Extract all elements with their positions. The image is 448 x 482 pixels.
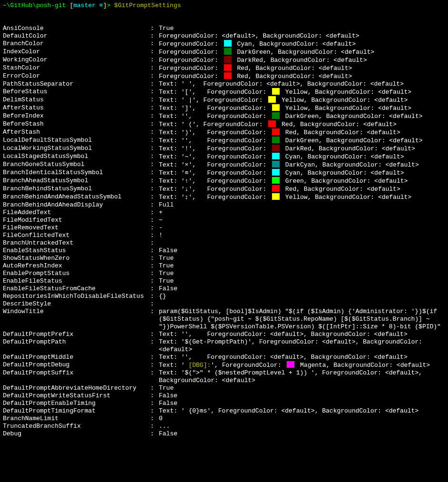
prompt-path: ~\GitHub\posh-git bbox=[3, 2, 69, 9]
setting-separator: : bbox=[150, 104, 159, 112]
setting-separator: : bbox=[150, 128, 159, 137]
setting-row: ErrorColor: ForegroundColor: Red, Backgr… bbox=[3, 72, 445, 80]
setting-key: DefaultPromptMiddle bbox=[3, 354, 150, 361]
setting-key: FileModifiedText bbox=[3, 216, 150, 224]
setting-value: False bbox=[159, 392, 445, 400]
setting-row: BranchUntrackedText: bbox=[3, 239, 445, 247]
setting-key: ShowStatusWhenZero bbox=[3, 255, 150, 262]
setting-value: Text: '≡', ForegroundColor: Cyan, Backgr… bbox=[159, 169, 445, 177]
setting-separator: : bbox=[150, 384, 159, 392]
setting-key: LocalDefaultStatusSymbol bbox=[3, 137, 150, 145]
setting-key: DefaultPromptTimingFormat bbox=[3, 407, 150, 415]
setting-row: ShowStatusWhenZero: True bbox=[3, 255, 445, 262]
setting-separator: : bbox=[150, 400, 159, 407]
setting-value: Text: '[', ForegroundColor: Yellow, Back… bbox=[159, 88, 445, 96]
setting-row: BranchGoneStatusSymbol: Text: '×', Foreg… bbox=[3, 161, 445, 169]
setting-separator: : bbox=[150, 177, 159, 185]
setting-row: DefaultColor: ForegroundColor: <default>… bbox=[3, 32, 445, 40]
setting-row: BranchBehindAndAheadDisplay: Full bbox=[3, 201, 445, 209]
color-swatch bbox=[272, 169, 280, 176]
setting-key: LocalWorkingStatusSymbol bbox=[3, 145, 150, 153]
setting-key: AfterStatus bbox=[3, 104, 150, 112]
setting-separator: : bbox=[150, 247, 159, 255]
color-swatch bbox=[224, 56, 232, 63]
setting-key: FileConflictedText bbox=[3, 232, 150, 239]
setting-value: ForegroundColor: DarkRed, BackgroundColo… bbox=[159, 56, 445, 64]
setting-value: Text: '↕', ForegroundColor: Yellow, Back… bbox=[159, 193, 445, 201]
dbg-label: [DBG]: bbox=[188, 362, 211, 369]
setting-value: True bbox=[159, 384, 445, 392]
setting-value: Text: '$(Get-PromptPath)', ForegroundCol… bbox=[159, 338, 445, 354]
setting-value: Text: '', ForegroundColor: DarkGreen, Ba… bbox=[159, 112, 445, 120]
color-swatch bbox=[272, 185, 280, 192]
setting-separator: : bbox=[150, 80, 159, 88]
setting-key: BranchBehindAndAheadDisplay bbox=[3, 201, 150, 209]
setting-value: ~ bbox=[159, 216, 445, 224]
setting-value: True bbox=[159, 270, 445, 277]
setting-value: False bbox=[159, 430, 445, 438]
setting-key: Debug bbox=[3, 430, 150, 438]
settings-output: AnsiConsole: TrueDefaultColor: Foregroun… bbox=[3, 25, 445, 438]
setting-key: EnableFileStatusFromCache bbox=[3, 285, 150, 293]
setting-value: - bbox=[159, 224, 445, 232]
setting-row: DefaultPromptAbbreviateHomeDirectory: Tr… bbox=[3, 384, 445, 392]
setting-row: BeforeIndex: Text: '', ForegroundColor: … bbox=[3, 112, 445, 120]
setting-value: Text: '~', ForegroundColor: Cyan, Backgr… bbox=[159, 153, 445, 161]
setting-key: PathStatusSeparator bbox=[3, 80, 150, 88]
setting-separator: : bbox=[150, 232, 159, 239]
setting-row: AnsiConsole: True bbox=[3, 25, 445, 32]
setting-value: Text: ' (', ForegroundColor: Red, Backgr… bbox=[159, 120, 445, 128]
setting-separator: : bbox=[150, 25, 159, 32]
setting-key: DefaultPromptPath bbox=[3, 338, 150, 354]
setting-separator: : bbox=[150, 201, 159, 209]
color-swatch bbox=[268, 96, 276, 103]
setting-separator: : bbox=[150, 262, 159, 270]
setting-value bbox=[159, 300, 445, 308]
color-swatch bbox=[224, 72, 232, 79]
setting-key: LocalStagedStatusSymbol bbox=[3, 153, 150, 161]
setting-key: BranchIdenticalStatusSymbol bbox=[3, 169, 150, 177]
setting-separator: : bbox=[150, 209, 159, 216]
setting-separator: : bbox=[150, 423, 159, 430]
setting-value: Text: '', ForegroundColor: DarkGreen, Ba… bbox=[159, 137, 445, 145]
setting-separator: : bbox=[150, 153, 159, 161]
setting-key: BranchAheadStatusSymbol bbox=[3, 177, 150, 185]
setting-value: Text: ']', ForegroundColor: Yellow, Back… bbox=[159, 104, 445, 112]
setting-separator: : bbox=[150, 331, 159, 338]
setting-value: False bbox=[159, 247, 445, 255]
setting-key: EnableStashStatus bbox=[3, 247, 150, 255]
setting-row: EnableFileStatusFromCache: False bbox=[3, 285, 445, 293]
setting-separator: : bbox=[150, 145, 159, 153]
setting-key: BranchUntrackedText bbox=[3, 239, 150, 247]
setting-separator: : bbox=[150, 354, 159, 361]
setting-separator: : bbox=[150, 64, 159, 72]
setting-separator: : bbox=[150, 277, 159, 285]
setting-separator: : bbox=[150, 361, 159, 369]
setting-separator: : bbox=[150, 169, 159, 177]
setting-row: LocalWorkingStatusSymbol: Text: '!', For… bbox=[3, 145, 445, 153]
setting-row: DefaultPromptMiddle: Text: '', Foregroun… bbox=[3, 354, 445, 361]
setting-value: Text: '', ForegroundColor: <default>, Ba… bbox=[159, 354, 445, 361]
setting-key: DelimStatus bbox=[3, 96, 150, 104]
setting-value: Text: ' [DBG]:', ForegroundColor: Magent… bbox=[159, 361, 445, 369]
setting-key: ErrorColor bbox=[3, 72, 150, 80]
setting-separator: : bbox=[150, 308, 159, 331]
setting-separator: : bbox=[150, 407, 159, 415]
setting-separator: : bbox=[150, 137, 159, 145]
setting-key: DefaultPromptSuffix bbox=[3, 369, 150, 384]
setting-row: FileAddedText: + bbox=[3, 209, 445, 216]
setting-separator: : bbox=[150, 193, 159, 201]
setting-key: BranchGoneStatusSymbol bbox=[3, 161, 150, 169]
color-swatch bbox=[224, 64, 232, 71]
color-swatch bbox=[272, 153, 280, 159]
setting-row: BranchBehindStatusSymbol: Text: '↓', For… bbox=[3, 185, 445, 193]
setting-value: ... bbox=[159, 423, 445, 430]
setting-separator: : bbox=[150, 56, 159, 64]
setting-key: BranchNameLimit bbox=[3, 415, 150, 423]
setting-value: Text: '×', ForegroundColor: DarkCyan, Ba… bbox=[159, 161, 445, 169]
setting-key: BeforeStash bbox=[3, 120, 150, 128]
setting-row: WindowTitle: param($GitStatus, [bool]$Is… bbox=[3, 308, 445, 331]
setting-value: Text: ' {0}ms', ForegroundColor: <defaul… bbox=[159, 407, 445, 415]
color-swatch bbox=[272, 177, 280, 184]
setting-value: ForegroundColor: Red, BackgroundColor: <… bbox=[159, 64, 445, 72]
